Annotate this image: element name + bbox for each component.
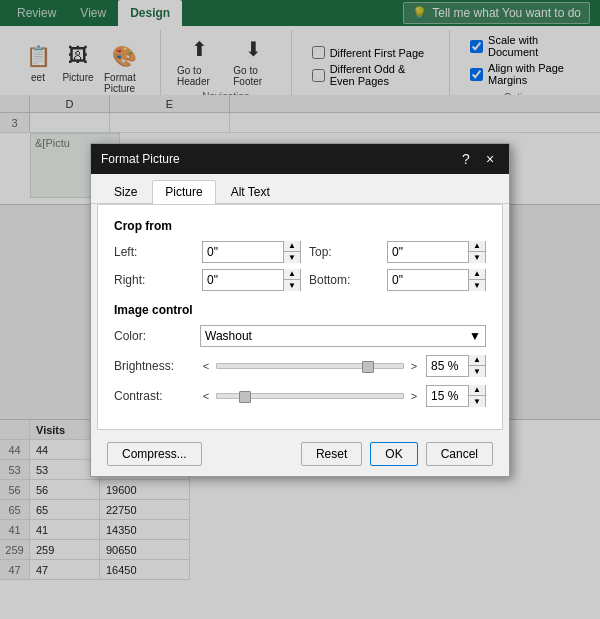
dialog-help-button[interactable]: ? [457,150,475,168]
brightness-spin-down[interactable]: ▼ [469,366,485,377]
contrast-value-input[interactable]: ▲ ▼ [426,385,486,407]
cancel-button[interactable]: Cancel [426,442,493,466]
brightness-left-arrow[interactable]: < [200,360,212,372]
contrast-spinner: ▲ ▼ [468,385,485,407]
brightness-row: Brightness: < > ▲ ▼ [114,355,486,377]
dialog-title-buttons: ? × [457,150,499,168]
color-row: Color: Washout ▼ [114,325,486,347]
dialog-body: Crop from Left: ▲ ▼ Top: ▲ ▼ [97,204,503,430]
crop-left-spinner: ▲ ▼ [283,241,300,263]
brightness-label: Brightness: [114,359,194,373]
dialog-footer: Compress... Reset OK Cancel [91,436,509,476]
crop-right-label: Right: [114,273,194,287]
contrast-left-arrow[interactable]: < [200,390,212,402]
crop-left-label: Left: [114,245,194,259]
color-value: Washout [205,329,252,343]
ok-button[interactable]: OK [370,442,417,466]
compress-button[interactable]: Compress... [107,442,202,466]
contrast-right-arrow[interactable]: > [408,390,420,402]
brightness-slider-row: < > [200,360,420,372]
crop-bottom-spin-up[interactable]: ▲ [469,269,485,280]
dialog-footer-right: Reset OK Cancel [301,442,493,466]
crop-right-input[interactable]: ▲ ▼ [202,269,301,291]
crop-left-spin-down[interactable]: ▼ [284,252,300,263]
dialog-tab-size[interactable]: Size [101,180,150,203]
crop-left-input[interactable]: ▲ ▼ [202,241,301,263]
dialog-overlay: Format Picture ? × Size Picture Alt Text… [0,0,600,619]
color-label: Color: [114,329,194,343]
color-dropdown-icon: ▼ [469,329,481,343]
dialog-tab-alt-text[interactable]: Alt Text [218,180,283,203]
crop-bottom-field[interactable] [388,273,468,287]
crop-bottom-input[interactable]: ▲ ▼ [387,269,486,291]
crop-left-field[interactable] [203,245,283,259]
format-picture-dialog: Format Picture ? × Size Picture Alt Text… [90,143,510,477]
crop-bottom-label: Bottom: [309,273,379,287]
crop-top-field[interactable] [388,245,468,259]
crop-bottom-spin-down[interactable]: ▼ [469,280,485,291]
contrast-row: Contrast: < > ▲ ▼ [114,385,486,407]
brightness-slider-track[interactable] [216,363,404,369]
contrast-slider-row: < > [200,390,420,402]
dialog-tab-picture[interactable]: Picture [152,180,215,204]
dialog-titlebar: Format Picture ? × [91,144,509,174]
reset-button[interactable]: Reset [301,442,362,466]
crop-right-spinner: ▲ ▼ [283,269,300,291]
dialog-tabs: Size Picture Alt Text [91,174,509,204]
dialog-title: Format Picture [101,152,180,166]
contrast-slider-track[interactable] [216,393,404,399]
crop-left-spin-up[interactable]: ▲ [284,241,300,252]
crop-section-title: Crop from [114,219,486,233]
crop-right-spin-up[interactable]: ▲ [284,269,300,280]
brightness-right-arrow[interactable]: > [408,360,420,372]
crop-bottom-spinner: ▲ ▼ [468,269,485,291]
brightness-field[interactable] [427,359,468,373]
dialog-close-button[interactable]: × [481,150,499,168]
crop-top-spinner: ▲ ▼ [468,241,485,263]
contrast-label: Contrast: [114,389,194,403]
crop-right-spin-down[interactable]: ▼ [284,280,300,291]
contrast-spin-up[interactable]: ▲ [469,385,485,396]
crop-right-field[interactable] [203,273,283,287]
crop-top-label: Top: [309,245,379,259]
contrast-slider-thumb[interactable] [239,391,251,403]
crop-form-grid: Left: ▲ ▼ Top: ▲ ▼ [114,241,486,291]
crop-top-spin-down[interactable]: ▼ [469,252,485,263]
image-control-section: Image control Color: Washout ▼ Brightnes… [114,303,486,407]
contrast-spin-down[interactable]: ▼ [469,396,485,407]
brightness-value-input[interactable]: ▲ ▼ [426,355,486,377]
color-select[interactable]: Washout ▼ [200,325,486,347]
image-control-title: Image control [114,303,486,317]
brightness-slider-thumb[interactable] [362,361,374,373]
crop-top-spin-up[interactable]: ▲ [469,241,485,252]
brightness-spin-up[interactable]: ▲ [469,355,485,366]
contrast-field[interactable] [427,389,468,403]
crop-top-input[interactable]: ▲ ▼ [387,241,486,263]
brightness-spinner: ▲ ▼ [468,355,485,377]
